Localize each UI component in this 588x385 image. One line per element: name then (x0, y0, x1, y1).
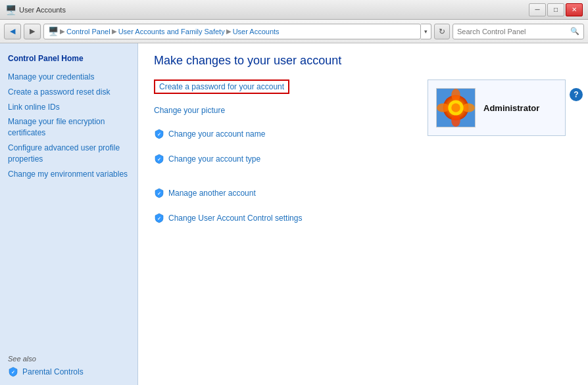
breadcrumb-user-accounts[interactable]: User Accounts (233, 28, 280, 35)
svg-point-7 (451, 89, 460, 101)
manage-another-account-link[interactable]: ✓ Manage another account (154, 186, 408, 200)
maximize-button[interactable]: □ (547, 3, 564, 16)
section-separator (154, 177, 408, 186)
shield-icon: ✓ (8, 367, 18, 377)
change-uac-label: Change User Account Control settings (168, 214, 302, 223)
breadcrumb-bar: 🖥️ ▶ Control Panel ▶ User Accounts and F… (43, 24, 421, 39)
change-account-name-label: Change your account name (168, 129, 265, 139)
window-icon: 🖥️ (5, 5, 16, 15)
change-uac-link[interactable]: ✓ Change User Account Control settings (154, 211, 408, 225)
section-manage-another: ✓ Manage another account (154, 186, 408, 200)
parental-controls-link[interactable]: ✓ Parental Controls (0, 365, 137, 378)
svg-text:✓: ✓ (11, 370, 15, 374)
svg-point-10 (437, 103, 449, 112)
sidebar: Control Panel Home Manage your credentia… (0, 43, 138, 385)
svg-text:✓: ✓ (157, 132, 161, 137)
help-button[interactable]: ? (570, 88, 583, 101)
section-uac: ✓ Change User Account Control settings (154, 211, 408, 225)
main-area: Control Panel Home Manage your credentia… (0, 43, 588, 385)
svg-text:✓: ✓ (157, 216, 161, 221)
account-card: Administrator (428, 79, 566, 136)
svg-point-12 (451, 103, 460, 112)
refresh-button[interactable]: ↻ (434, 24, 450, 39)
content-right: Administrator (428, 79, 572, 236)
avatar (436, 88, 476, 127)
forward-button[interactable]: ▶ (24, 24, 41, 39)
sidebar-divider (0, 181, 137, 351)
content-panel: Make changes to your user account Create… (138, 43, 588, 246)
breadcrumb-user-accounts-family-safety[interactable]: User Accounts and Family Safety (118, 28, 225, 35)
svg-text:✓: ✓ (157, 191, 161, 196)
change-account-name-link[interactable]: ✓ Change your account name (154, 127, 408, 141)
breadcrumb-control-panel[interactable]: Control Panel (66, 28, 110, 35)
section-create-password: Create a password for your account (154, 79, 408, 94)
minimize-button[interactable]: ─ (529, 3, 546, 16)
search-input[interactable] (457, 28, 570, 35)
content-body: Create a password for your account Chang… (154, 79, 572, 236)
account-name: Administrator (483, 103, 539, 113)
shield-icon-manage: ✓ (154, 188, 164, 198)
title-bar-controls: ─ □ ✕ (529, 3, 583, 16)
manage-another-account-label: Manage another account (168, 189, 256, 198)
sidebar-title: Control Panel Home (0, 50, 137, 70)
sidebar-link-env-variables[interactable]: Change my environment variables (0, 167, 137, 182)
sidebar-link-online-ids[interactable]: Link online IDs (0, 100, 137, 115)
search-icon[interactable]: 🔍 (570, 27, 579, 35)
parental-controls-label: Parental Controls (22, 367, 84, 376)
breadcrumb-icon: 🖥️ (48, 26, 59, 36)
sidebar-link-credentials[interactable]: Manage your credentials (0, 70, 137, 85)
back-button[interactable]: ◀ (4, 24, 21, 39)
svg-point-8 (462, 103, 475, 112)
change-account-type-label: Change your account type (168, 154, 260, 164)
section-change-picture: Change your picture (154, 104, 408, 116)
create-password-link[interactable]: Create a password for your account (154, 79, 289, 94)
breadcrumb-dropdown[interactable]: ▾ (421, 24, 431, 39)
svg-point-9 (451, 114, 460, 127)
section-change-account-type: ✓ Change your account type (154, 152, 408, 166)
title-bar-left: 🖥️ User Accounts (5, 5, 66, 15)
section-change-account-name: ✓ Change your account name (154, 127, 408, 141)
content-left: Create a password for your account Chang… (154, 79, 408, 236)
close-button[interactable]: ✕ (566, 3, 583, 16)
shield-icon-account-name: ✓ (154, 129, 164, 139)
title-bar: 🖥️ User Accounts ─ □ ✕ (0, 0, 588, 20)
avatar-image (437, 89, 475, 127)
address-bar: ◀ ▶ 🖥️ ▶ Control Panel ▶ User Accounts a… (0, 20, 588, 43)
sidebar-link-profile[interactable]: Configure advanced user profile properti… (0, 141, 137, 167)
svg-text:✓: ✓ (157, 157, 161, 162)
page-title: Make changes to your user account (154, 54, 572, 68)
change-picture-link[interactable]: Change your picture (154, 104, 408, 116)
change-account-type-link[interactable]: ✓ Change your account type (154, 152, 408, 166)
window-title: User Accounts (19, 6, 66, 14)
sidebar-link-password-reset[interactable]: Create a password reset disk (0, 85, 137, 100)
see-also-label: See also (0, 351, 137, 365)
sidebar-link-encryption[interactable]: Manage your file encryption certificates (0, 114, 137, 141)
shield-icon-uac: ✓ (154, 213, 164, 223)
shield-icon-account-type: ✓ (154, 154, 164, 164)
search-box: 🔍 (453, 24, 584, 39)
